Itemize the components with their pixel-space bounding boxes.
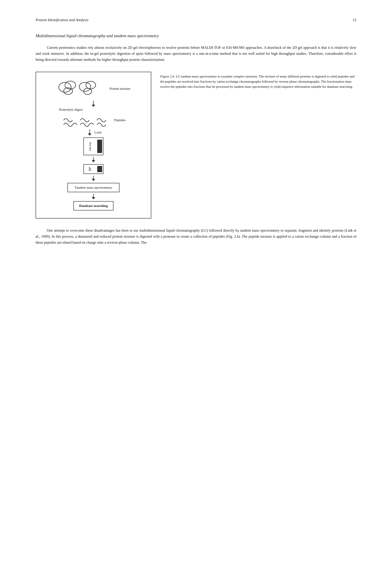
paragraph-1: Current proteomics studies rely almost e… — [36, 45, 356, 63]
diagram-tandem-row: Tandem mass spectrometry — [41, 182, 146, 200]
figure-diagram: Protein mixture Proteolytic digest — [36, 72, 151, 219]
ion-exc-label: ion exc — [88, 142, 92, 151]
svg-point-3 — [79, 83, 91, 91]
figure-caption: Figure 2.6. LC-tandem mass spectrometry … — [160, 72, 356, 89]
rp-box: RP — [83, 164, 104, 174]
protein-mixture-label: Protein mixture — [109, 87, 130, 91]
page: Protein Identification and Analysis 15 M… — [0, 0, 392, 576]
proteolytic-digest-label: Proteolytic digest — [59, 108, 82, 112]
database-box: Database searching — [73, 201, 113, 210]
arrow-3 — [89, 157, 98, 163]
rp-label: RP — [88, 167, 92, 171]
svg-marker-13 — [92, 179, 95, 181]
paragraph-2: One attempt to overcome these disadvanta… — [36, 228, 356, 246]
arrow-1 — [89, 100, 98, 107]
figure-caption-text: LC-tandem mass spectrometry to examine c… — [160, 75, 354, 89]
tandem-box: Tandem mass spectrometry — [67, 183, 119, 192]
ion-exc-box: ion exc — [83, 137, 104, 155]
ion-exc-bar — [97, 140, 102, 153]
arrow-4 — [89, 175, 98, 181]
svg-marker-15 — [92, 197, 95, 199]
diagram-rp-row: RP — [41, 163, 146, 182]
peptides-label: Peptides — [114, 118, 126, 122]
load-label: Load — [95, 131, 102, 134]
peptide-squiggles-svg — [61, 113, 110, 128]
svg-marker-9 — [88, 133, 91, 136]
svg-marker-7 — [92, 105, 95, 107]
arrow-2 — [86, 129, 94, 136]
protein-blobs-svg — [56, 79, 105, 99]
diagram-ionexc-row: ion exc — [41, 137, 146, 163]
diagram-protein-row: Protein mixture Proteolytic digest — [41, 79, 146, 113]
figure-area: Protein mixture Proteolytic digest — [36, 72, 356, 219]
section-heading: Multidimensional liquid chromatography a… — [36, 33, 356, 38]
header-title: Protein Identification and Analysis — [36, 18, 89, 22]
page-header: Protein Identification and Analysis 15 — [36, 18, 356, 22]
header-page-number: 15 — [353, 18, 356, 22]
svg-marker-11 — [92, 160, 95, 162]
arrow-5 — [89, 194, 98, 200]
diagram-database-row: Database searching — [41, 200, 146, 211]
diagram-peptides-row: Peptides Load — [41, 113, 146, 137]
figure-caption-title: Figure 2.6. — [160, 75, 175, 78]
rp-bar — [97, 166, 102, 172]
